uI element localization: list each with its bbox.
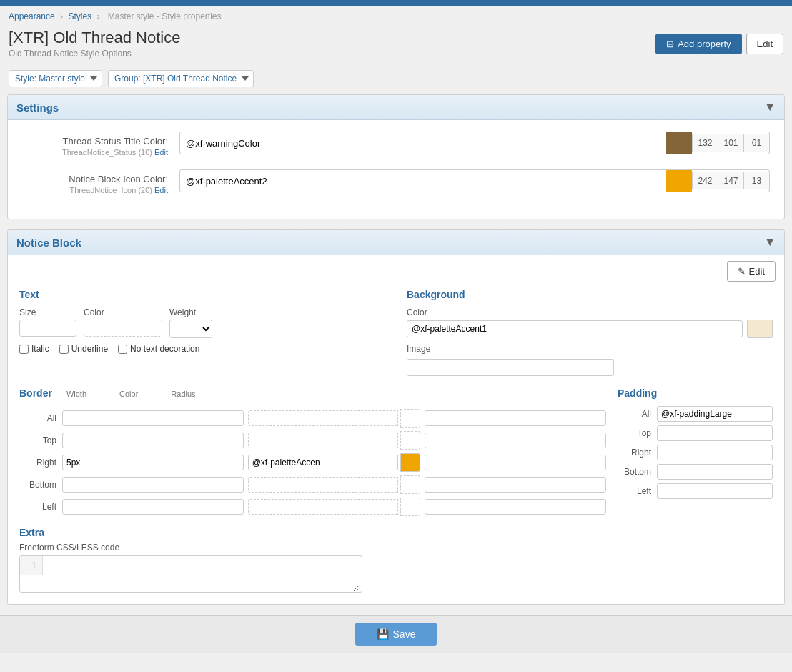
extra-section: Extra Freeform CSS/LESS code 1 (19, 527, 773, 593)
border-swatch-bottom[interactable] (400, 475, 420, 494)
padding-bottom-input[interactable] (657, 464, 773, 480)
notice-block-section-header: Notice Block ▼ (8, 230, 784, 255)
notice-block-title: Notice Block (16, 237, 81, 249)
color-swatch-1[interactable] (666, 132, 692, 154)
border-radius-bottom[interactable] (425, 477, 606, 493)
bg-image-input[interactable] (407, 359, 614, 376)
page-header: [XTR] Old Thread Notice Old Thread Notic… (0, 24, 792, 66)
breadcrumb-styles[interactable]: Styles (68, 11, 91, 21)
breadcrumb-appearance[interactable]: Appearance (9, 11, 55, 21)
freeform-line-num: 1 (20, 556, 43, 575)
border-side-top: Top (19, 435, 62, 445)
edit-button[interactable]: Edit (746, 34, 783, 54)
notice-edit-label: Edit (749, 266, 765, 277)
border-color-bottom[interactable] (248, 477, 399, 493)
add-property-button[interactable]: ⊞ Add property (655, 34, 741, 54)
border-swatch-left[interactable] (400, 498, 420, 516)
color-text-input-2[interactable] (180, 172, 666, 190)
padding-row-top: Top (618, 425, 773, 441)
bg-image-label: Image (407, 344, 773, 354)
border-width-bottom[interactable] (62, 477, 244, 493)
text-size-col: Size (19, 307, 76, 338)
color-swatch-2[interactable] (666, 170, 692, 192)
underline-checkbox-item[interactable]: Underline (59, 344, 108, 354)
breadcrumb: Appearance › Styles › Master style - Sty… (0, 6, 792, 24)
border-width-right[interactable] (62, 455, 244, 470)
text-section-title: Text (19, 289, 385, 300)
border-swatch-right[interactable] (400, 453, 420, 472)
notice-block-toggle[interactable]: ▼ (764, 236, 776, 249)
property-edit-link-2[interactable]: Edit (154, 186, 168, 194)
freeform-wrap: 1 (19, 555, 362, 593)
bg-color-swatch[interactable] (747, 320, 773, 338)
settings-title: Settings (16, 102, 59, 114)
border-color-all[interactable] (248, 410, 399, 426)
padding-row-bottom: Bottom (618, 464, 773, 480)
group-filter[interactable]: Group: [XTR] Old Thread Notice (108, 70, 254, 87)
border-color-right[interactable] (248, 455, 399, 470)
border-color-left-wrap (248, 498, 421, 516)
page-header-left: [XTR] Old Thread Notice Old Thread Notic… (9, 29, 180, 59)
page-header-right: ⊞ Add property Edit (655, 34, 783, 54)
underline-checkbox[interactable] (59, 345, 69, 354)
border-radius-left[interactable] (425, 499, 606, 515)
border-header-row: Border Width Color Radius (19, 387, 606, 406)
notice-block-section: Notice Block ▼ ✎ Edit Text Size Color (7, 229, 785, 605)
border-row-bottom: Bottom (19, 475, 606, 494)
border-color-left[interactable] (248, 499, 399, 515)
color-g-2: 147 (718, 172, 743, 189)
border-side-bottom: Bottom (19, 480, 62, 490)
border-row-right: Right (19, 453, 606, 472)
bg-color-input[interactable] (407, 320, 743, 337)
filter-bar: Style: Master style Group: [XTR] Old Thr… (0, 66, 792, 94)
border-color-top[interactable] (248, 433, 399, 448)
border-radius-all[interactable] (425, 410, 606, 426)
padding-right-input[interactable] (657, 445, 773, 460)
padding-top-input[interactable] (657, 425, 773, 441)
property-edit-link-1[interactable]: Edit (154, 148, 168, 157)
no-decoration-checkbox-item[interactable]: No text decoration (118, 344, 199, 354)
property-label-1: Thread Status Title Color: ThreadNotice_… (22, 132, 179, 157)
border-width-left[interactable] (62, 499, 244, 515)
no-decoration-checkbox[interactable] (118, 345, 127, 354)
freeform-textarea[interactable] (43, 556, 359, 592)
border-rows: All Top (19, 409, 606, 516)
save-button[interactable]: 💾 Save (355, 623, 437, 646)
padding-side-bottom: Bottom (618, 467, 657, 477)
italic-checkbox[interactable] (19, 345, 29, 354)
style-filter[interactable]: Style: Master style (9, 70, 102, 87)
property-label-sub-1: ThreadNotice_Status (10) Edit (22, 148, 168, 157)
text-size-input[interactable] (19, 320, 76, 337)
padding-section: Padding All Top Right Bottom (618, 387, 773, 520)
color-b-2: 13 (743, 172, 769, 189)
border-width-all[interactable] (62, 410, 244, 426)
save-label: Save (393, 628, 416, 640)
padding-left-input[interactable] (657, 483, 773, 499)
border-swatch-all[interactable] (400, 409, 420, 428)
property-label-sub-2: ThreadNotice_Icon (20) Edit (22, 186, 168, 194)
padding-side-all: All (618, 409, 657, 419)
padding-side-right: Right (618, 448, 657, 458)
border-radius-right[interactable] (425, 455, 606, 470)
border-swatch-top[interactable] (400, 431, 420, 450)
border-section: Border Width Color Radius All (19, 387, 606, 520)
border-row-top: Top (19, 431, 606, 450)
save-icon: 💾 (377, 628, 389, 640)
border-radius-top[interactable] (425, 433, 606, 448)
italic-checkbox-item[interactable]: Italic (19, 344, 49, 354)
padding-all-input[interactable] (657, 406, 773, 422)
border-section-title: Border (19, 387, 52, 399)
color-text-input-1[interactable] (180, 134, 666, 152)
border-width-top[interactable] (62, 433, 244, 448)
settings-toggle[interactable]: ▼ (764, 101, 776, 114)
page-subtitle: Old Thread Notice Style Options (9, 49, 180, 59)
no-decoration-label: No text decoration (130, 344, 199, 354)
border-color-all-wrap (248, 409, 421, 428)
text-color-input[interactable] (84, 320, 162, 337)
page-title: [XTR] Old Thread Notice (9, 29, 180, 47)
text-col-section: Text Size Color Weight (19, 289, 385, 376)
text-color-col: Color (84, 307, 162, 338)
notice-edit-button[interactable]: ✎ Edit (727, 261, 776, 282)
border-padding-row: Border Width Color Radius All (19, 387, 773, 520)
text-weight-select[interactable] (169, 320, 212, 338)
